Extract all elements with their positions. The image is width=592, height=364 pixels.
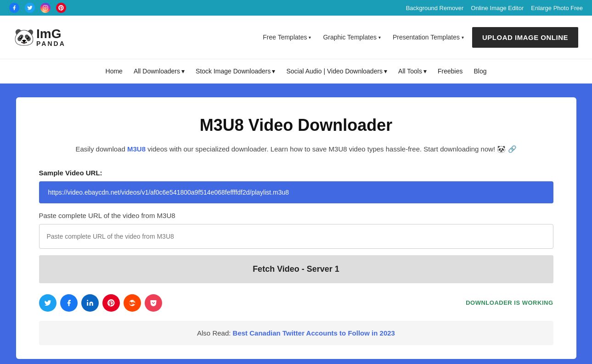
page-title: M3U8 Video Downloader	[39, 116, 553, 135]
also-read-link[interactable]: Best Canadian Twitter Accounts to Follow…	[233, 329, 395, 337]
chevron-down-icon: ▾	[181, 67, 185, 75]
nav-home[interactable]: Home	[103, 66, 125, 77]
sample-url-label: Sample Video URL:	[39, 169, 553, 177]
upload-image-button[interactable]: UPLOAD IMAGE ONLINE	[472, 27, 578, 48]
nav-freebies[interactable]: Freebies	[435, 66, 465, 77]
working-badge: DOWNLOADER IS WORKING	[466, 299, 553, 306]
panda-emoji: 🐼	[14, 28, 34, 47]
image-editor-link[interactable]: Online Image Editor	[471, 5, 524, 11]
share-pocket-button[interactable]	[145, 294, 162, 312]
also-read-prefix: Also Read:	[197, 329, 233, 337]
svg-point-1	[45, 7, 46, 9]
also-read-box: Also Read: Best Canadian Twitter Account…	[39, 321, 553, 345]
chevron-down-icon: ▾	[384, 67, 387, 75]
facebook-icon-top[interactable]	[9, 3, 19, 13]
second-nav: Home All Downloaders ▾ Stock Image Downl…	[0, 59, 592, 84]
nav-all-tools[interactable]: All Tools ▾	[395, 66, 429, 77]
logo-sub: PANDA	[36, 40, 66, 47]
social-icons-top	[9, 3, 66, 13]
share-reddit-button[interactable]	[124, 294, 141, 312]
nav-free-templates[interactable]: Free Templates ▾	[259, 31, 315, 44]
logo-img: ImG	[36, 28, 66, 40]
enlarge-photo-link[interactable]: Enlarge Photo Free	[531, 5, 583, 11]
logo-text: ImG PANDA	[36, 28, 66, 47]
fetch-video-button[interactable]: Fetch Video - Server 1	[39, 255, 553, 283]
nav-graphic-templates[interactable]: Graphic Templates ▾	[319, 31, 384, 44]
nav-all-downloaders[interactable]: All Downloaders ▾	[131, 66, 187, 77]
chevron-down-icon: ▾	[462, 35, 464, 40]
top-bar: Background Remover Online Image Editor E…	[0, 0, 592, 16]
url-input[interactable]	[39, 224, 553, 249]
header-nav: Free Templates ▾ Graphic Templates ▾ Pre…	[259, 27, 578, 48]
share-linkedin-button[interactable]	[81, 294, 99, 312]
svg-point-3	[87, 300, 88, 301]
nav-social-video-downloaders[interactable]: Social Audio | Video Downloaders ▾	[283, 66, 390, 77]
pinterest-icon-top[interactable]	[56, 3, 66, 13]
share-facebook-button[interactable]	[60, 294, 78, 312]
share-pinterest-button[interactable]	[102, 294, 120, 312]
share-twitter-button[interactable]	[39, 294, 56, 312]
nav-blog[interactable]: Blog	[471, 66, 489, 77]
input-label: Paste complete URL of the video from M3U…	[39, 212, 553, 219]
chevron-down-icon: ▾	[423, 67, 427, 75]
chevron-down-icon: ▾	[309, 35, 311, 40]
nav-stock-image-downloaders[interactable]: Stock Image Downloaders ▾	[193, 66, 278, 77]
main-background: M3U8 Video Downloader Easily download M3…	[0, 84, 592, 364]
twitter-icon-top[interactable]	[25, 3, 35, 13]
page-subtitle: Easily download M3U8 videos with our spe…	[39, 143, 553, 155]
bg-remover-link[interactable]: Background Remover	[406, 5, 464, 11]
chevron-down-icon: ▾	[378, 35, 381, 40]
top-bar-links: Background Remover Online Image Editor E…	[406, 5, 583, 11]
svg-rect-0	[43, 6, 48, 10]
m3u8-link[interactable]: M3U8	[127, 145, 146, 153]
logo[interactable]: 🐼 ImG PANDA	[14, 28, 66, 47]
social-share-icons	[39, 294, 162, 312]
instagram-icon-top[interactable]	[40, 3, 51, 13]
chevron-down-icon: ▾	[272, 67, 275, 75]
header: 🐼 ImG PANDA Free Templates ▾ Graphic Tem…	[0, 16, 592, 59]
content-card: M3U8 Video Downloader Easily download M3…	[16, 97, 576, 359]
sample-url-box: https://video.ebaycdn.net/videos/v1/af0c…	[39, 181, 553, 203]
social-share-row: DOWNLOADER IS WORKING	[39, 294, 553, 312]
svg-point-2	[46, 6, 47, 7]
nav-presentation-templates[interactable]: Presentation Templates ▾	[389, 31, 468, 44]
